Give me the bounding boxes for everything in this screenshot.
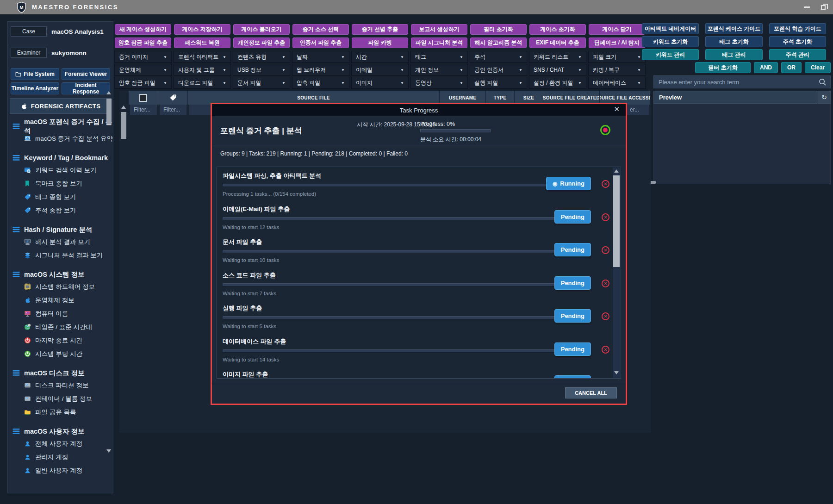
cancel-task-icon[interactable]: ✕ [602,280,609,287]
search-input[interactable] [654,79,819,86]
action-button[interactable]: 케이스 불러오기 [233,24,290,35]
tree-item[interactable]: 디스크 파티션 정보 [12,379,113,392]
filter-dropdown[interactable]: 키워드 리스트▼ [529,51,586,63]
sidebar-scrollbar[interactable] [106,91,112,457]
tree-item[interactable]: 파일 공유 목록 [12,405,113,419]
scroll-down-icon[interactable] [614,371,619,374]
tree-section-header[interactable]: Hash / Signature 분석 [12,224,113,235]
task-status-button[interactable]: Pending [554,375,591,379]
filter-dropdown[interactable]: 주석▼ [470,51,527,63]
guide-button[interactable]: 포렌식 학습 가이드 [769,23,826,34]
column-filter-input[interactable]: Filter... [130,105,157,115]
checkbox-icon[interactable] [139,94,147,102]
restore-icon[interactable] [821,5,826,10]
and-button[interactable]: AND [754,62,778,73]
tree-item[interactable]: 컨테이너 / 볼륨 정보 [12,392,113,405]
action-button[interactable]: 새 케이스 생성하기 [115,24,171,35]
filter-dropdown[interactable]: 운영체제▼ [114,64,172,76]
select-all-header[interactable] [129,91,158,105]
close-icon[interactable]: ✕ [614,105,620,113]
tree-item[interactable]: 일반 사용자 계정 [12,464,113,477]
incident-response-button[interactable]: Incident Response [62,82,110,94]
filter-dropdown[interactable]: 날짜▼ [292,51,349,63]
action-button[interactable]: 케이스 초기화 [529,24,586,35]
action-button[interactable]: 해시 알고리즘 분석 [470,37,527,48]
action-button[interactable]: 인증서 파일 추출 [292,37,349,48]
manage-button[interactable]: 주석 관리 [769,49,826,60]
filter-dropdown[interactable]: USB 정보▼ [233,64,290,76]
action-button[interactable]: 케이스 닫기 [589,24,645,35]
filter-dropdown[interactable]: 개인 정보▼ [410,64,468,76]
tree-item[interactable]: 태그 종합 보기 [12,190,113,204]
filter-dropdown[interactable]: 공인 인증서▼ [470,64,527,76]
timeline-analyzer-button[interactable]: Timeline Analyzer [11,82,59,94]
scroll-down-icon[interactable] [106,449,111,453]
tree-section-header[interactable]: macOS 디스크 정보 [12,367,113,379]
table-scrollbar[interactable] [120,105,127,433]
tree-section-header[interactable]: macOS 포렌식 증거 수집 / 분석 [12,121,113,132]
task-status-button[interactable]: Pending [554,342,591,356]
tree-item[interactable]: 북마크 종합 보기 [12,177,113,190]
filter-dropdown[interactable]: 컨텐츠 유형▼ [233,51,290,63]
reset-button[interactable]: 주석 초기화 [769,36,826,47]
scrollbar-thumb[interactable] [121,112,126,139]
tree-item[interactable]: 전체 사용자 계정 [12,437,113,450]
action-button[interactable]: 파일 카빙 [352,37,408,48]
scroll-up-icon[interactable] [121,106,126,109]
filter-dropdown[interactable]: 시간▼ [351,51,409,63]
scrollbar-thumb[interactable] [106,99,112,124]
tree-item[interactable]: 시그니처 분석 결과 보기 [12,249,113,262]
filter-dropdown[interactable]: 포렌식 아티팩트▼ [174,51,231,63]
filter-dropdown[interactable]: 파일 크기▼ [588,51,646,63]
task-status-button[interactable]: Running [546,177,591,190]
tree-item[interactable]: 컴퓨터 이름 [12,307,113,320]
manage-button[interactable]: 태그 관리 [705,49,762,60]
search-icon[interactable] [819,78,827,86]
clear-button[interactable]: Clear [805,62,831,73]
tree-section-header[interactable]: macOS 사용자 정보 [12,426,113,437]
tree-item[interactable]: 운영체제 정보 [12,293,113,307]
tree-item[interactable]: 주석 종합 보기 [12,204,113,217]
tag-column-header[interactable] [158,91,188,105]
minimize-icon[interactable] [804,6,810,8]
action-button[interactable]: 패스워드 복원 [174,37,230,48]
tree-item[interactable]: 타임존 / 표준 시간대 [12,320,113,334]
tree-item[interactable]: 키워드 검색 이력 보기 [12,163,113,177]
cancel-task-icon[interactable]: ✕ [602,180,609,188]
task-status-button[interactable]: Pending [554,309,591,323]
forensic-artifacts-header[interactable]: FORENSIC ARTIFACTS [10,98,111,114]
action-button[interactable]: 필터 초기화 [470,24,527,35]
filter-reset-button[interactable]: 필터 초기화 [695,62,751,73]
filter-dropdown[interactable]: 태그▼ [410,51,468,63]
refresh-icon[interactable]: ↻ [818,91,830,103]
filter-dropdown[interactable]: 카빙 / 복구▼ [588,64,646,76]
filter-dropdown[interactable]: 웹 브라우저▼ [292,64,349,76]
cancel-all-button[interactable]: CANCEL ALL [565,387,617,398]
tree-item[interactable]: 마지막 종료 시간 [12,334,113,347]
task-list-scrollbar[interactable] [613,168,620,378]
task-status-button[interactable]: Pending [554,210,591,224]
filter-dropdown[interactable]: 증거 이미지▼ [114,51,172,63]
manage-button[interactable]: 키워드 관리 [642,49,699,60]
action-button[interactable]: EXIF 데이터 추출 [529,37,586,48]
tree-item[interactable]: 시스템 부팅 시간 [12,347,113,361]
scrollbar-thumb[interactable] [613,175,620,267]
cancel-task-icon[interactable]: ✕ [602,312,609,320]
filter-dropdown[interactable]: SNS / CHAT▼ [529,64,586,76]
scroll-up-icon[interactable] [614,169,619,173]
filter-dropdown[interactable]: 사용자 및 그룹▼ [174,64,231,76]
scroll-up-icon[interactable] [106,91,111,94]
action-button[interactable]: 보고서 생성하기 [411,24,467,35]
cancel-task-icon[interactable]: ✕ [602,213,609,221]
reset-button[interactable]: 키워드 초기화 [642,36,699,47]
filter-dropdown[interactable]: 이메일▼ [351,64,409,76]
action-button[interactable]: 암호 잠금 파일 추출 [115,37,171,48]
action-button[interactable]: 개인정보 파일 추출 [233,37,290,48]
action-button[interactable]: 증거 선별 추출 [352,24,408,35]
task-status-button[interactable]: Pending [554,276,591,290]
tree-section-header[interactable]: Keyword / Tag / Bookmark [12,152,113,163]
tree-section-header[interactable]: macOS 시스템 정보 [12,269,113,280]
guide-button[interactable]: 아티팩트 네비게이터 [642,23,699,34]
task-status-button[interactable]: Pending [554,243,591,256]
action-button[interactable]: 딥페이크 / AI 탐지 [589,37,645,48]
